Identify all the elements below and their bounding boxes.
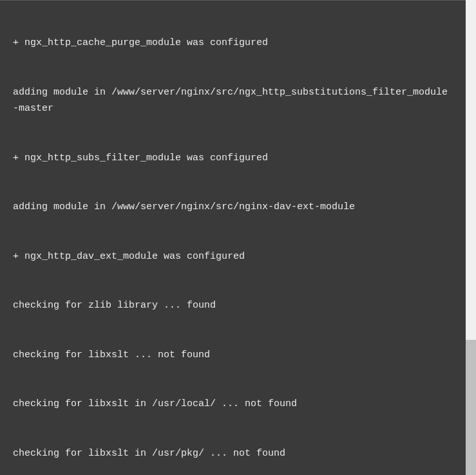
terminal-line: checking for libxslt in /usr/pkg/ ... no… xyxy=(13,445,451,462)
top-border xyxy=(0,0,476,1)
terminal-line: checking for libxslt ... not found xyxy=(13,347,451,364)
terminal-line: adding module in /www/server/nginx/src/n… xyxy=(13,84,451,117)
terminal-line: + ngx_http_cache_purge_module was config… xyxy=(13,35,451,51)
scrollbar-thumb[interactable] xyxy=(466,340,476,475)
terminal-line: + ngx_http_subs_filter_module was config… xyxy=(13,150,451,167)
terminal-line: + ngx_http_dav_ext_module was configured xyxy=(13,248,451,265)
terminal-line: checking for libxslt in /usr/local/ ... … xyxy=(13,396,451,413)
terminal-line: checking for zlib library ... found xyxy=(13,297,451,314)
terminal-output: + ngx_http_cache_purge_module was config… xyxy=(0,2,464,475)
terminal-line: adding module in /www/server/nginx/src/n… xyxy=(13,199,451,216)
